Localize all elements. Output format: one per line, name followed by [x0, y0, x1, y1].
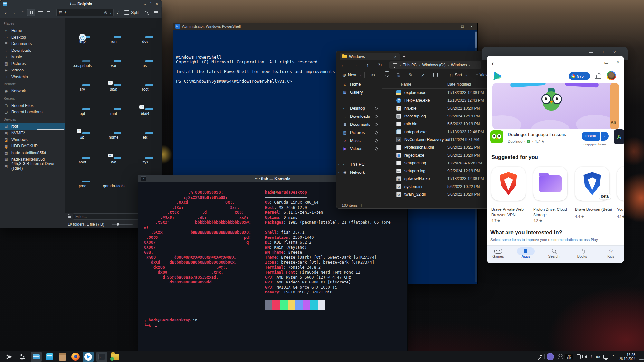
network-icon[interactable] [603, 355, 609, 359]
app-title[interactable]: Duolingo: Language Lessons [508, 132, 566, 137]
nav-tab-kids[interactable]: ☆ Kids [600, 247, 622, 258]
minimize-icon[interactable]: ⌄ [142, 2, 148, 6]
location-dropdown-icon[interactable]: ⌄ [108, 11, 113, 14]
maximize-icon[interactable]: ▭ [603, 60, 610, 65]
account-avatar[interactable] [607, 71, 616, 80]
cut-icon[interactable]: ✂ [367, 72, 379, 78]
sort-button[interactable]: ↑↓Sort⌄ [450, 73, 467, 77]
back-icon[interactable]: ← [336, 62, 349, 68]
tray-cat-icon[interactable] [558, 354, 563, 359]
view-icons-button[interactable] [27, 9, 35, 16]
view-tree-button[interactable] [45, 9, 53, 16]
folder-item-dev[interactable]: dev [129, 38, 161, 44]
sidebar-item-465-8-gib-internal-drive-sda4[interactable]: ▤465,8 GiB Internal Drive (sda4) [0, 163, 65, 170]
folder-item-boot[interactable]: boot [66, 158, 99, 164]
taskbar-firefox-button[interactable] [70, 352, 81, 362]
refresh-icon[interactable]: ↻ [374, 62, 386, 68]
sidebar-item-home[interactable]: ⌂Home [336, 80, 382, 88]
sidebar-item-music[interactable]: ♪Music [0, 54, 65, 60]
minimize-icon[interactable]: – [591, 60, 598, 65]
minimize-icon[interactable]: — [451, 24, 454, 28]
show-desktop-icon[interactable] [639, 354, 644, 360]
folder-item-sys[interactable]: sys [129, 158, 161, 164]
maximize-icon[interactable]: ⌃ [148, 2, 154, 6]
split-icon[interactable] [124, 10, 129, 15]
sidebar-item-this-pc[interactable]: ›▭This PC [336, 160, 382, 168]
up-icon[interactable]: ⌃ [18, 10, 27, 15]
sidebar-item-hdd-backup[interactable]: ▤HDD BACKUP [0, 143, 65, 150]
notifications-icon[interactable] [596, 73, 601, 78]
folder-item-snapshots[interactable]: .snapshots [66, 62, 99, 68]
dolphin-titlebar[interactable]: / — Dolphin ⌄ ⌃ × [0, 0, 162, 7]
sidebar-item-recent-locations[interactable]: ◶Recent Locations [0, 109, 65, 116]
folder-item-etc[interactable]: etc [129, 134, 161, 140]
taskbar-package-button[interactable] [57, 352, 68, 362]
sidebar-item-hade-satellites855d[interactable]: ▦hade-satellites855d [0, 150, 65, 156]
sidebar-item-network[interactable]: ◉Network [0, 88, 65, 95]
install-button[interactable]: Install [582, 132, 600, 141]
breadcrumb-this-pc[interactable]: This PC [403, 63, 417, 67]
app-card-brave-private-web[interactable] [491, 167, 526, 201]
sidebar-item-nvme2[interactable]: ▤NVME2 [0, 130, 65, 136]
nav-tab-books[interactable]: Books [571, 247, 593, 258]
app-card-proton-drive-cloud[interactable] [533, 167, 567, 201]
nav-tab-search[interactable]: Search [543, 247, 565, 258]
folder-item-mnt[interactable]: mnt [98, 110, 130, 116]
close-icon[interactable]: × [471, 24, 473, 28]
close-icon[interactable]: × [614, 60, 621, 65]
sidebar-item-documents[interactable]: ≣Documents [336, 120, 382, 128]
duolingo-app-icon[interactable] [490, 130, 503, 143]
paste-icon[interactable]: ⎘ [392, 73, 404, 77]
sidebar-item-windows[interactable]: ▤Windows [0, 136, 65, 143]
breadcrumb-windows-c[interactable]: Windows (C:) [422, 63, 445, 67]
sidebar-item-recent-files[interactable]: ◷Recent Files [0, 102, 65, 109]
sidebar-item-downloads[interactable]: ↓Downloads [0, 47, 65, 54]
folder-item-tmp[interactable]: ◷ tmp [66, 38, 99, 44]
app-card-name[interactable]: Proton Drive: CloudStorage [533, 207, 567, 218]
search-icon[interactable] [145, 11, 148, 14]
new-tab-icon[interactable]: + [403, 54, 405, 59]
tray-expand-icon[interactable]: ⌃ [611, 354, 615, 359]
bluetooth-icon[interactable]: ᛒ [590, 355, 592, 359]
clock[interactable]: 16:25 26.10.2024 [619, 352, 635, 361]
folder-item-opt[interactable]: opt [66, 110, 99, 116]
maximize-icon[interactable]: □ [461, 24, 464, 28]
close-icon[interactable]: × [613, 50, 616, 55]
split-button[interactable]: Split [131, 10, 139, 15]
sidebar-item-videos[interactable]: ▶Videos [0, 67, 65, 74]
volume-icon[interactable] [584, 355, 587, 358]
folder-item-lib64[interactable]: ↪lib64 [129, 110, 161, 116]
app-card-name[interactable]: Brave Browser (Beta) [575, 207, 612, 212]
back-icon[interactable]: ‹ [2, 10, 10, 15]
zoom-slider[interactable] [112, 224, 133, 225]
color-picker-icon[interactable] [537, 354, 542, 359]
install-options-icon[interactable]: ⌄ [601, 132, 609, 141]
sidebar-item-home[interactable]: ⌂Home [0, 27, 65, 34]
sidebar-item-gallery[interactable]: ▦Gallery [336, 88, 382, 96]
close-icon[interactable]: × [154, 2, 160, 6]
folder-item-garuda-tools[interactable]: garuda-tools [98, 182, 130, 188]
app-card-name[interactable]: YouTub [617, 207, 624, 212]
nav-tab-games[interactable]: Games [487, 247, 509, 258]
taskbar-dolphin-button[interactable] [31, 352, 42, 362]
powershell-titlebar[interactable]: >_ Administrator: Windows PowerShell — □… [173, 23, 477, 30]
copy-icon[interactable] [384, 73, 388, 77]
folder-item-home[interactable]: home [98, 134, 130, 140]
sidebar-item-videos[interactable]: ▶Videos [336, 144, 382, 153]
folder-item-bin[interactable]: ↪bin [98, 158, 130, 164]
sidebar-item-wastebin[interactable]: ⊔Wastebin [0, 74, 65, 80]
folder-item-lib[interactable]: ↪lib [66, 134, 99, 140]
delete-icon[interactable] [433, 73, 438, 77]
google-play-logo[interactable] [494, 72, 502, 80]
accept-icon[interactable]: ✓ [114, 10, 122, 15]
forward-icon[interactable]: → [349, 62, 362, 68]
share-icon[interactable]: ↗ [417, 72, 429, 78]
location-bar[interactable]: ▤ / ⊗ ⌄ [56, 9, 114, 16]
explorer-tab[interactable]: Windows × [340, 53, 400, 60]
back-icon[interactable]: ‹ [489, 60, 496, 67]
play-points-badge[interactable]: 976 [569, 72, 590, 80]
folder-item-run[interactable]: run [98, 38, 130, 44]
keyboard-layout[interactable]: us [596, 355, 600, 359]
settings-tweaks-button[interactable] [17, 352, 28, 362]
next-app-icon[interactable]: A [614, 129, 624, 144]
